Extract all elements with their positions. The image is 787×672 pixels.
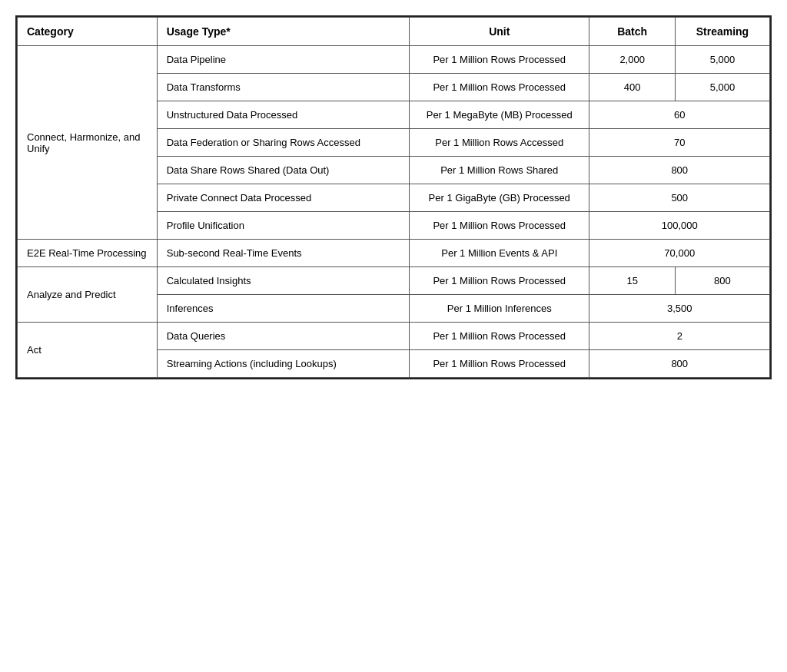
usage-cell: Profile Unification [157,212,409,240]
batch-cell: 400 [589,74,675,101]
value-cell: 500 [589,184,770,212]
unit-cell: Per 1 Million Rows Accessed [410,129,589,157]
category-cell: Analyze and Predict [18,267,158,323]
table-row: Analyze and PredictCalculated InsightsPe… [18,267,770,295]
usage-cell: Private Connect Data Processed [157,184,409,212]
unit-cell: Per 1 Million Events & API [410,240,589,267]
category-cell: Connect, Harmonize, and Unify [18,46,158,240]
pricing-table-wrapper: Category Usage Type* Unit Batch Streamin… [15,15,772,379]
usage-cell: Data Queries [157,323,409,350]
unit-cell: Per 1 GigaByte (GB) Processed [410,184,589,212]
usage-cell: Streaming Actions (including Lookups) [157,350,409,378]
usage-cell: Unstructured Data Processed [157,101,409,129]
batch-cell: 2,000 [589,46,675,74]
usage-cell: Sub-second Real-Time Events [157,240,409,267]
streaming-cell: 5,000 [675,46,769,74]
streaming-cell: 800 [675,267,769,295]
usage-cell: Data Share Rows Shared (Data Out) [157,157,409,184]
usage-cell: Data Federation or Sharing Rows Accessed [157,129,409,157]
unit-cell: Per 1 Million Rows Processed [410,212,589,240]
header-batch: Batch [589,18,675,46]
value-cell: 800 [589,350,770,378]
value-cell: 60 [589,101,770,129]
table-row: ActData QueriesPer 1 Million Rows Proces… [18,323,770,350]
category-cell: E2E Real-Time Processing [18,240,158,267]
usage-cell: Data Transforms [157,74,409,101]
usage-cell: Inferences [157,295,409,323]
unit-cell: Per 1 Million Rows Processed [410,46,589,74]
value-cell: 2 [589,323,770,350]
unit-cell: Per 1 Million Rows Processed [410,267,589,295]
value-cell: 800 [589,157,770,184]
unit-cell: Per 1 Million Inferences [410,295,589,323]
table-row: E2E Real-Time ProcessingSub-second Real-… [18,240,770,267]
category-cell: Act [18,323,158,378]
header-category: Category [18,18,158,46]
unit-cell: Per 1 MegaByte (MB) Processed [410,101,589,129]
header-streaming: Streaming [675,18,769,46]
batch-cell: 15 [589,267,675,295]
unit-cell: Per 1 Million Rows Processed [410,350,589,378]
unit-cell: Per 1 Million Rows Processed [410,74,589,101]
header-unit: Unit [410,18,589,46]
value-cell: 3,500 [589,295,770,323]
table-row: Connect, Harmonize, and UnifyData Pipeli… [18,46,770,74]
value-cell: 70 [589,129,770,157]
value-cell: 70,000 [589,240,770,267]
value-cell: 100,000 [589,212,770,240]
pricing-table: Category Usage Type* Unit Batch Streamin… [17,17,770,378]
unit-cell: Per 1 Million Rows Processed [410,323,589,350]
streaming-cell: 5,000 [675,74,769,101]
unit-cell: Per 1 Million Rows Shared [410,157,589,184]
usage-cell: Calculated Insights [157,267,409,295]
usage-cell: Data Pipeline [157,46,409,74]
header-usage-type: Usage Type* [157,18,409,46]
